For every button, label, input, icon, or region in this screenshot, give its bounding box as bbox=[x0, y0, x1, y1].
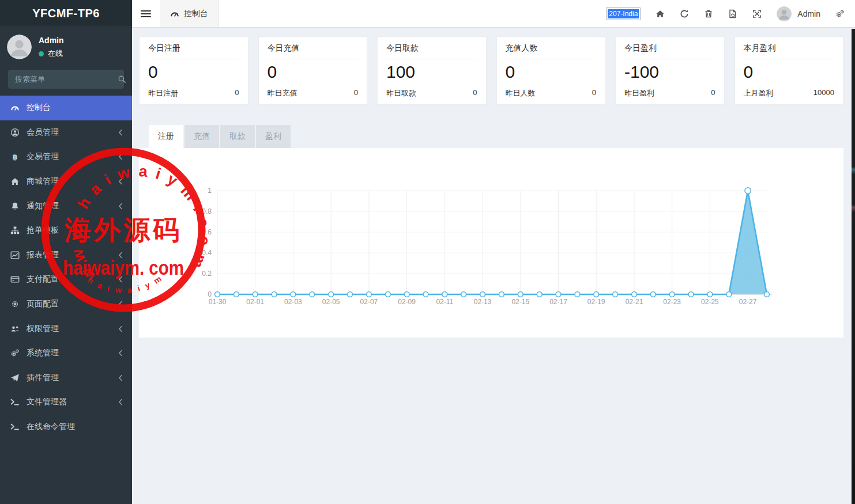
svg-text:02-15: 02-15 bbox=[511, 298, 529, 306]
stat-card: 今日注册0昨日注册0 bbox=[139, 36, 248, 105]
sidebar-item-label: 商城管理 bbox=[27, 176, 112, 187]
navtab-label: 控制台 bbox=[184, 9, 208, 19]
svg-text:02-07: 02-07 bbox=[360, 298, 378, 306]
sidebar-item[interactable]: 文件管理器 bbox=[0, 390, 132, 415]
sidebar-item-label: 在线命令管理 bbox=[27, 422, 124, 432]
chevron-left-icon bbox=[118, 325, 123, 332]
trash-icon[interactable] bbox=[704, 9, 713, 18]
clear-cache-icon[interactable] bbox=[728, 9, 737, 18]
svg-text:02-21: 02-21 bbox=[626, 298, 643, 306]
stat-card-title: 今日注册 bbox=[148, 43, 239, 54]
sidebar-item[interactable]: 支付配置 bbox=[0, 267, 132, 292]
sidebar-item[interactable]: 插件管理 bbox=[0, 366, 132, 391]
divider bbox=[268, 59, 359, 59]
online-dot bbox=[39, 51, 44, 56]
dashboard-icon bbox=[170, 9, 179, 18]
stat-card: 今日盈利-100昨日盈利0 bbox=[615, 36, 725, 105]
sidebar-item[interactable]: 抢单模板 bbox=[0, 218, 132, 243]
paper-plane-icon bbox=[9, 373, 21, 382]
chevron-left-icon bbox=[118, 129, 123, 136]
sidebar-item[interactable]: 权限管理 bbox=[0, 316, 132, 341]
stat-card-footer-value: 0 bbox=[235, 88, 239, 98]
stat-card-footer-value: 0 bbox=[711, 88, 715, 98]
sidebar-item[interactable]: 页面配置 bbox=[0, 292, 132, 317]
divider bbox=[148, 59, 239, 59]
svg-text:0.8: 0.8 bbox=[202, 207, 212, 215]
svg-text:0.6: 0.6 bbox=[202, 228, 212, 236]
svg-text:0.4: 0.4 bbox=[202, 249, 212, 257]
home-icon bbox=[9, 177, 21, 186]
svg-text:01-30: 01-30 bbox=[209, 298, 227, 306]
stat-card-footer-value: 0 bbox=[473, 88, 477, 98]
sidebar-item[interactable]: 会员管理 bbox=[0, 120, 132, 145]
chevron-left-icon bbox=[118, 301, 123, 308]
svg-text:02-05: 02-05 bbox=[322, 298, 340, 306]
sidebar-item-label: 交易管理 bbox=[27, 151, 112, 162]
stat-card-footer-label: 昨日人数 bbox=[506, 88, 536, 98]
divider bbox=[386, 59, 477, 59]
registrations-chart: 00.20.40.60.8101-3002-0102-0302-0502-070… bbox=[139, 148, 843, 340]
svg-text:02-11: 02-11 bbox=[436, 298, 453, 306]
stat-card: 今日取款100昨日取款0 bbox=[377, 36, 487, 105]
stat-card-title: 今日盈利 bbox=[624, 43, 715, 54]
stat-card-footer-value: 0 bbox=[592, 88, 596, 98]
navbar-user-menu[interactable]: Admin bbox=[777, 6, 820, 21]
fullscreen-icon[interactable] bbox=[752, 9, 762, 18]
user-meta: Admin 在线 bbox=[39, 35, 64, 59]
sidebar-item[interactable]: 商城管理 bbox=[0, 169, 132, 194]
svg-text:02-25: 02-25 bbox=[701, 298, 719, 306]
chart-tab[interactable]: 充值 bbox=[184, 125, 219, 148]
sidebar-item-label: 抢单模板 bbox=[27, 225, 124, 236]
sidebar-item[interactable]: 系统管理 bbox=[0, 341, 132, 366]
sidebar-item[interactable]: 报表管理 bbox=[0, 243, 132, 268]
svg-text:02-27: 02-27 bbox=[739, 298, 757, 306]
gear-icon bbox=[9, 300, 21, 309]
terminal-icon bbox=[9, 397, 21, 407]
stat-cards-row: 今日注册0昨日注册0今日充值0昨日充值0今日取款100昨日取款0充值人数0昨日人… bbox=[139, 36, 843, 105]
chart-tab[interactable]: 盈利 bbox=[256, 125, 291, 148]
tab-console[interactable]: 控制台 bbox=[160, 0, 219, 27]
user-panel: Admin 在线 bbox=[0, 27, 132, 65]
sidebar-item-label: 插件管理 bbox=[27, 373, 112, 383]
sidebar-item-label: 页面配置 bbox=[27, 299, 112, 309]
refresh-icon[interactable] bbox=[680, 9, 689, 18]
stat-card-footer-label: 昨日盈利 bbox=[624, 88, 654, 98]
chart-tab[interactable]: 取款 bbox=[220, 125, 255, 148]
cogs-icon bbox=[9, 348, 21, 358]
sidebar-item[interactable]: 在线命令管理 bbox=[0, 415, 132, 439]
svg-text:02-23: 02-23 bbox=[663, 298, 681, 306]
gears-icon[interactable] bbox=[835, 9, 845, 18]
stat-card-footer-label: 上月盈利 bbox=[744, 88, 774, 98]
svg-text:02-19: 02-19 bbox=[587, 298, 605, 306]
sidebar-item[interactable]: 控制台 bbox=[0, 96, 132, 120]
sidebar-search bbox=[8, 70, 124, 89]
sidebar-item[interactable]: 通知管理 bbox=[0, 194, 132, 218]
chart-tab[interactable]: 注册 bbox=[149, 125, 183, 148]
search-icon[interactable] bbox=[118, 75, 126, 84]
divider bbox=[624, 59, 715, 59]
sidebar-item[interactable]: ฿交易管理 bbox=[0, 145, 132, 169]
home-icon[interactable] bbox=[656, 9, 665, 18]
chevron-left-icon bbox=[118, 374, 123, 381]
stat-card-value: 0 bbox=[744, 62, 835, 82]
top-navbar: 控制台 207-India Admin bbox=[132, 0, 855, 28]
search-input[interactable] bbox=[14, 74, 118, 84]
svg-text:1: 1 bbox=[208, 187, 212, 195]
stat-card-footer-label: 昨日充值 bbox=[268, 88, 297, 98]
svg-text:02-13: 02-13 bbox=[474, 298, 492, 306]
stat-card-footer-label: 昨日取款 bbox=[386, 88, 416, 98]
divider bbox=[506, 59, 597, 59]
sidebar-toggle-button[interactable] bbox=[132, 0, 160, 27]
sidebar-item-label: 报表管理 bbox=[27, 250, 112, 260]
dashboard-icon bbox=[9, 103, 21, 112]
stat-card-title: 本月盈利 bbox=[744, 43, 835, 54]
sidebar-item-label: 会员管理 bbox=[27, 127, 112, 138]
stat-card-title: 充值人数 bbox=[506, 43, 597, 54]
chevron-left-icon bbox=[118, 276, 123, 283]
sidebar-item-label: 文件管理器 bbox=[27, 397, 112, 407]
stat-card-title: 今日取款 bbox=[386, 43, 477, 54]
sidebar: YFCMF-TP6 Admin 在线 控制台会员管理฿交易管理商城管理通知管理抢… bbox=[0, 0, 132, 504]
server-select-input[interactable]: 207-India bbox=[606, 7, 641, 20]
chevron-left-icon bbox=[118, 178, 123, 185]
sidebar-item-label: 支付配置 bbox=[27, 274, 112, 285]
